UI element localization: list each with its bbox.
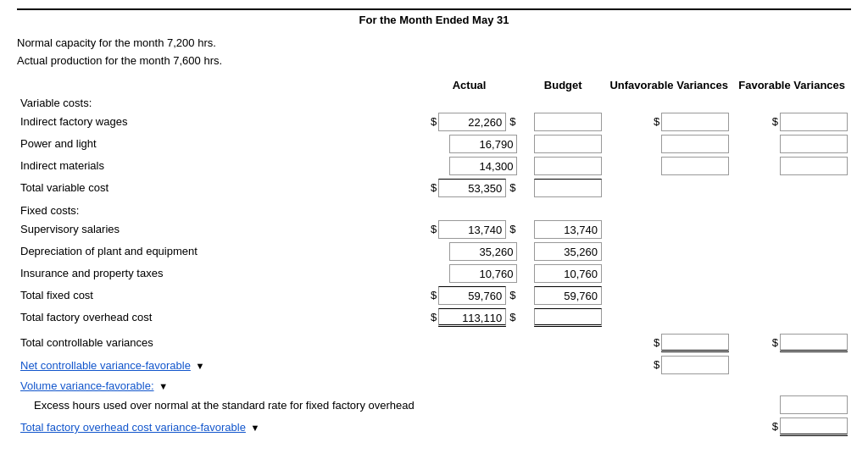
total-overhead-dropdown[interactable]: ▼ xyxy=(251,423,260,433)
net-controllable-row: Net controllable variance-favorable ▼ $ xyxy=(17,354,851,376)
column-headers: Actual Budget Unfavorable Variances Favo… xyxy=(17,77,851,95)
normal-capacity: Normal capacity for the month 7,200 hrs. xyxy=(17,35,851,53)
total-controllable-fav-input[interactable] xyxy=(780,334,848,352)
power-light-budget-input[interactable] xyxy=(534,135,602,153)
supervisory-actual-cell: $ 13,740 $ xyxy=(418,218,521,241)
total-factory-budget-input[interactable] xyxy=(534,308,602,327)
total-factory-actual-input[interactable]: 113,110 xyxy=(438,308,506,327)
page-title: For the Month Ended May 31 xyxy=(17,8,851,26)
net-controllable-input[interactable] xyxy=(661,356,729,374)
indirect-materials-actual-input[interactable]: 14,300 xyxy=(449,157,517,175)
header-budget: Budget xyxy=(520,77,605,95)
total-fixed-cost-row: Total fixed cost $ 59,760 $ 59,760 xyxy=(17,285,851,307)
indirect-wages-budget-input[interactable] xyxy=(534,113,602,131)
insurance-label: Insurance and property taxes xyxy=(17,263,418,285)
table-row: Depreciation of plant and equipment 35,2… xyxy=(17,241,851,263)
insurance-actual-cell: 10,760 xyxy=(418,263,521,285)
total-fixed-actual-cell: $ 59,760 $ xyxy=(418,285,521,307)
total-overhead-variance-label: Total factory overhead cost variance-fav… xyxy=(17,416,418,438)
excess-hours-fav-cell xyxy=(732,394,851,416)
total-controllable-row: Total controllable variances $ $ xyxy=(17,329,851,354)
depreciation-actual-input[interactable]: 35,260 xyxy=(449,242,517,261)
indirect-materials-actual-cell: 14,300 xyxy=(418,155,521,177)
volume-variance-row: Volume variance-favorable: ▼ xyxy=(17,376,851,394)
total-controllable-unfav-input[interactable] xyxy=(661,334,729,352)
indirect-wages-actual-cell: $ 22,260 $ xyxy=(418,111,521,133)
supervisory-budget-cell: 13,740 xyxy=(520,218,605,241)
total-fixed-actual-input[interactable]: 59,760 xyxy=(438,286,506,305)
indirect-wages-budget-cell xyxy=(520,111,605,133)
total-fixed-budget-input[interactable]: 59,760 xyxy=(534,286,602,305)
depreciation-budget-input[interactable]: 35,260 xyxy=(534,242,602,261)
depreciation-label: Depreciation of plant and equipment xyxy=(17,241,418,263)
table-row: Insurance and property taxes 10,760 10,7… xyxy=(17,263,851,285)
depreciation-budget-cell: 35,260 xyxy=(520,241,605,263)
total-controllable-label: Total controllable variances xyxy=(17,329,418,354)
total-fixed-label: Total fixed cost xyxy=(17,285,418,307)
total-fixed-budget-cell: 59,760 xyxy=(520,285,605,307)
table-row: Power and light 16,790 xyxy=(17,133,851,155)
total-controllable-unfav-cell: $ xyxy=(605,329,732,354)
supervisory-salaries-label: Supervisory salaries xyxy=(17,218,418,241)
indirect-materials-fav-cell xyxy=(732,155,851,177)
net-controllable-budget-cell: $ xyxy=(605,354,732,376)
table-row: Indirect materials 14,300 xyxy=(17,155,851,177)
table-row: Indirect factory wages $ 22,260 $ $ xyxy=(17,111,851,133)
supervisory-actual-input[interactable]: 13,740 xyxy=(438,220,506,239)
indirect-wages-fav-input[interactable] xyxy=(780,113,848,131)
indirect-materials-budget-input[interactable] xyxy=(534,157,602,175)
budget-table: Actual Budget Unfavorable Variances Favo… xyxy=(17,77,851,438)
indirect-factory-wages-label: Indirect factory wages xyxy=(17,111,418,133)
total-factory-label: Total factory overhead cost xyxy=(17,307,418,329)
power-light-actual-cell: 16,790 xyxy=(418,133,521,155)
total-overhead-fav-input[interactable] xyxy=(780,418,848,436)
total-variable-cost-row: Total variable cost $ 53,350 $ xyxy=(17,177,851,199)
power-light-unfav-cell xyxy=(605,133,732,155)
total-overhead-fav-cell: $ xyxy=(732,416,851,438)
header-favorable: Favorable Variances xyxy=(732,77,851,95)
total-overhead-variance-row: Total factory overhead cost variance-fav… xyxy=(17,416,851,438)
indirect-materials-label: Indirect materials xyxy=(17,155,418,177)
power-light-actual-input[interactable]: 16,790 xyxy=(449,135,517,153)
excess-hours-label: Excess hours used over normal at the sta… xyxy=(17,394,418,416)
total-variable-label: Total variable cost xyxy=(17,177,418,199)
excess-hours-fav-input[interactable] xyxy=(780,395,848,414)
total-variable-actual-input[interactable]: 53,350 xyxy=(438,179,506,197)
volume-dropdown[interactable]: ▼ xyxy=(159,381,168,391)
supervisory-budget-input[interactable]: 13,740 xyxy=(534,220,602,239)
indirect-wages-unfav-input[interactable] xyxy=(661,113,729,131)
power-light-label: Power and light xyxy=(17,133,418,155)
net-controllable-dropdown[interactable]: ▼ xyxy=(196,361,205,371)
total-factory-overhead-row: Total factory overhead cost $ 113,110 $ xyxy=(17,307,851,329)
net-controllable-label: Net controllable variance-favorable ▼ xyxy=(17,354,418,376)
volume-variance-label: Volume variance-favorable: ▼ xyxy=(17,376,418,394)
power-light-unfav-input[interactable] xyxy=(661,135,729,153)
indirect-materials-unfav-cell xyxy=(605,155,732,177)
insurance-actual-input[interactable]: 10,760 xyxy=(449,264,517,283)
intro-section: Normal capacity for the month 7,200 hrs.… xyxy=(17,35,851,70)
header-actual: Actual xyxy=(418,77,521,95)
header-unfavorable: Unfavorable Variances xyxy=(605,77,732,95)
actual-production: Actual production for the month 7,600 hr… xyxy=(17,53,851,70)
total-factory-actual-cell: $ 113,110 $ xyxy=(418,307,521,329)
indirect-materials-unfav-input[interactable] xyxy=(661,157,729,175)
total-variable-budget-input[interactable] xyxy=(534,179,602,197)
depreciation-actual-cell: 35,260 xyxy=(418,241,521,263)
indirect-wages-fav-cell: $ xyxy=(732,111,851,133)
variable-costs-header: Variable costs: xyxy=(17,95,851,111)
insurance-budget-cell: 10,760 xyxy=(520,263,605,285)
indirect-materials-fav-input[interactable] xyxy=(780,157,848,175)
power-light-fav-input[interactable] xyxy=(780,135,848,153)
excess-hours-row: Excess hours used over normal at the sta… xyxy=(17,394,851,416)
total-factory-budget-cell xyxy=(520,307,605,329)
table-row: Supervisory salaries $ 13,740 $ 13,740 xyxy=(17,218,851,241)
indirect-wages-actual-input[interactable]: 22,260 xyxy=(438,113,506,131)
insurance-budget-input[interactable]: 10,760 xyxy=(534,264,602,283)
fixed-costs-header: Fixed costs: xyxy=(17,199,851,218)
power-light-budget-cell xyxy=(520,133,605,155)
power-light-fav-cell xyxy=(732,133,851,155)
total-variable-actual-cell: $ 53,350 $ xyxy=(418,177,521,199)
indirect-materials-budget-cell xyxy=(520,155,605,177)
total-variable-budget-cell xyxy=(520,177,605,199)
indirect-wages-unfav-cell: $ xyxy=(605,111,732,133)
